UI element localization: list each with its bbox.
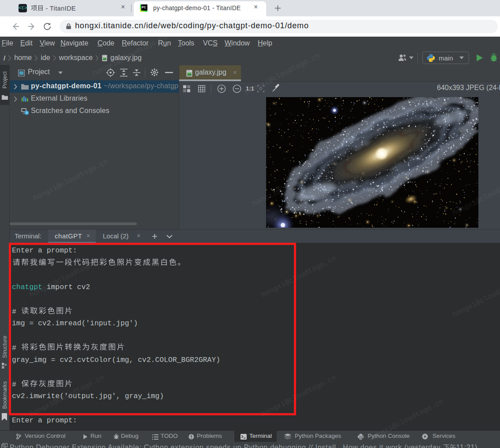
svg-text:PC: PC (142, 6, 146, 9)
